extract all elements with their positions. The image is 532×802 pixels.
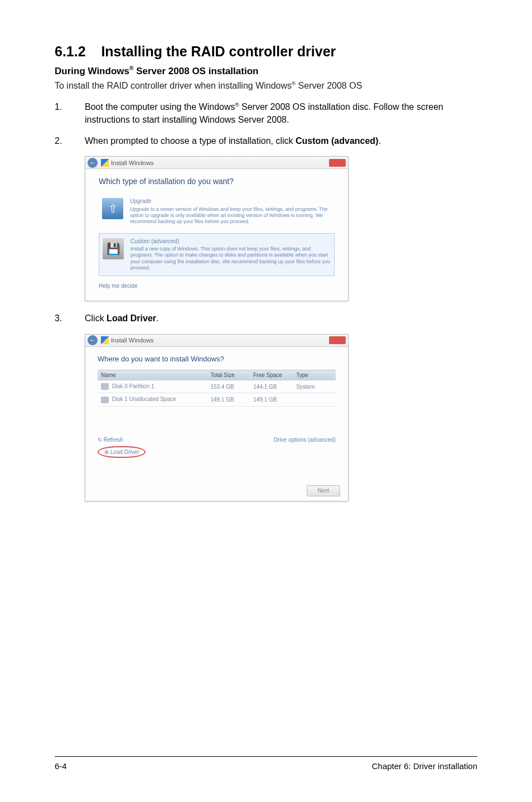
- step-body: Click Load Driver.: [85, 312, 477, 325]
- step-text: .: [378, 136, 380, 146]
- custom-option[interactable]: 💾 Custom (advanced) Install a new copy o…: [99, 233, 335, 277]
- subheading-suffix: Server 2008 OS installation: [133, 66, 258, 76]
- close-icon[interactable]: [329, 336, 346, 344]
- col-name[interactable]: Name: [98, 370, 207, 380]
- chapter-label: Chapter 6: Driver installation: [372, 761, 477, 771]
- col-freespace[interactable]: Free Space: [250, 370, 293, 380]
- close-icon[interactable]: [329, 159, 346, 167]
- next-button[interactable]: Next: [307, 485, 340, 496]
- page-number: 6-4: [55, 761, 67, 771]
- step-body: When prompted to choose a type of instal…: [85, 135, 477, 147]
- subsection-heading: During Windows® Server 2008 OS installat…: [55, 65, 477, 77]
- custom-icon: 💾: [103, 238, 124, 259]
- custom-title: Custom (advanced): [130, 238, 331, 245]
- cell-type: [293, 393, 336, 406]
- dialog-titlebar: ← Install Windows: [85, 157, 348, 169]
- intro-text: To install the RAID controller driver wh…: [55, 80, 477, 91]
- table-header: Name Total Size Free Space Type: [98, 370, 336, 380]
- shield-icon: [101, 159, 109, 167]
- disk-icon: [101, 397, 109, 403]
- section-heading: 6.1.2 Installing the RAID controller dri…: [55, 44, 477, 60]
- dialog-titlebar: ← Install Windows: [85, 335, 348, 347]
- cell-free: 149.1 GB: [250, 393, 293, 406]
- dialog-title: Install Windows: [111, 160, 153, 166]
- dialog-title: Install Windows: [111, 337, 153, 344]
- cell-size: 149.1 GB: [207, 393, 250, 406]
- refresh-link[interactable]: ↻ Refresh: [98, 437, 146, 443]
- load-driver-link[interactable]: ⊕ Load Driver: [98, 446, 146, 458]
- step-3: 3. Click Load Driver.: [55, 312, 477, 325]
- step-number: 1.: [55, 101, 85, 126]
- step-text: Boot the computer using the Windows: [85, 102, 235, 112]
- partition-table: Name Total Size Free Space Type Disk 0 P…: [98, 370, 336, 407]
- step-text: Click: [85, 313, 107, 323]
- upgrade-desc: Upgrade to a newer version of Windows an…: [130, 206, 331, 225]
- cell-free: 144.1 GB: [250, 380, 293, 393]
- cell-type: System: [293, 380, 336, 393]
- step-number: 2.: [55, 135, 85, 147]
- table-row[interactable]: Disk 1 Unallocated Space 149.1 GB 149.1 …: [98, 393, 336, 406]
- cell-name: Disk 1 Unallocated Space: [112, 396, 176, 402]
- step-text: When prompted to choose a type of instal…: [85, 136, 296, 146]
- upgrade-title: Upgrade: [130, 198, 331, 205]
- cell-size: 153.4 GB: [207, 380, 250, 393]
- upgrade-icon: ⇧: [102, 198, 123, 219]
- back-icon[interactable]: ←: [88, 158, 98, 168]
- install-type-dialog: ← Install Windows Which type of installa…: [85, 156, 349, 301]
- cell-name: Disk 0 Partition 1: [112, 383, 154, 389]
- table-row[interactable]: Disk 0 Partition 1 153.4 GB 144.1 GB Sys…: [98, 380, 336, 393]
- upgrade-option[interactable]: ⇧ Upgrade Upgrade to a newer version of …: [99, 194, 335, 229]
- install-location-dialog: ← Install Windows Where do you want to i…: [85, 334, 349, 501]
- intro-suffix: Server 2008 OS: [296, 81, 362, 90]
- shield-icon: [101, 336, 109, 344]
- step-bold: Load Driver: [107, 313, 156, 323]
- step-number: 3.: [55, 312, 85, 325]
- page-footer: 6-4 Chapter 6: Driver installation: [55, 756, 477, 771]
- section-title: Installing the RAID controller driver: [101, 44, 336, 59]
- drive-options-link[interactable]: Drive options (advanced): [274, 437, 336, 443]
- registered-symbol: ®: [235, 102, 239, 108]
- step-2: 2. When prompted to choose a type of ins…: [55, 135, 477, 147]
- back-icon[interactable]: ←: [88, 335, 98, 345]
- step-1: 1. Boot the computer using the Windows® …: [55, 101, 477, 126]
- col-totalsize[interactable]: Total Size: [207, 370, 250, 380]
- step-bold: Custom (advanced): [296, 136, 378, 146]
- choice-text: Custom (advanced) Install a new copy of …: [130, 238, 331, 272]
- section-number: 6.1.2: [55, 44, 86, 59]
- subheading-prefix: During Windows: [55, 66, 129, 76]
- choice-text: Upgrade Upgrade to a newer version of Wi…: [130, 198, 331, 225]
- disk-icon: [101, 383, 109, 390]
- col-type[interactable]: Type: [293, 370, 336, 380]
- step-body: Boot the computer using the Windows® Ser…: [85, 101, 477, 126]
- load-driver-label: Load Driver: [110, 449, 139, 455]
- intro-prefix: To install the RAID controller driver wh…: [55, 81, 292, 90]
- custom-desc: Install a new copy of Windows. This opti…: [130, 246, 331, 271]
- dialog-heading: Which type of installation do you want?: [99, 177, 335, 186]
- help-link[interactable]: Help me decide: [99, 283, 335, 289]
- refresh-label: Refresh: [104, 437, 123, 443]
- dialog-heading: Where do you want to install Windows?: [98, 355, 336, 363]
- step-text: .: [156, 313, 158, 323]
